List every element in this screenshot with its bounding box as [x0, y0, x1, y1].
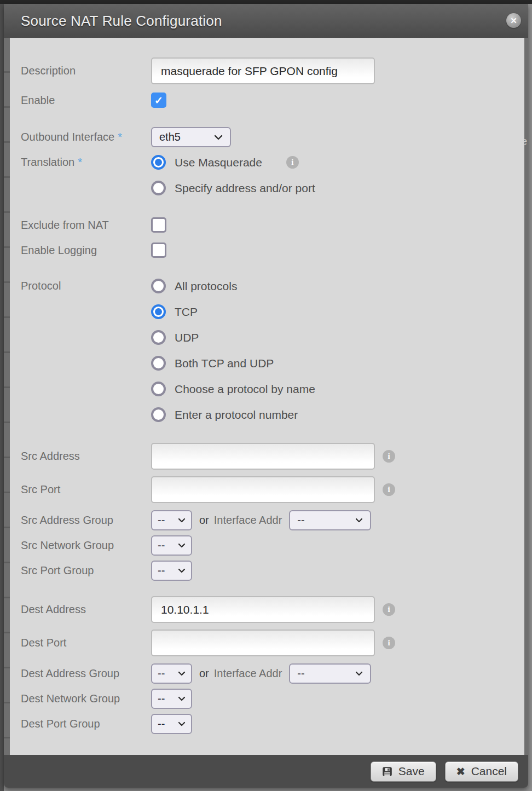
- dest-network-group-select[interactable]: --: [151, 689, 192, 709]
- src-address-row: Src Address i: [10, 443, 524, 470]
- dest-address-group-label: Dest Address Group: [10, 667, 151, 680]
- dest-address-input[interactable]: [151, 596, 375, 623]
- close-icon[interactable]: ✕: [506, 13, 521, 28]
- dest-port-group-select[interactable]: --: [151, 714, 192, 734]
- src-address-label: Src Address: [10, 450, 151, 463]
- radio-button[interactable]: [151, 304, 166, 319]
- radio-protocol-number[interactable]: Enter a protocol number: [151, 407, 315, 422]
- outbound-interface-label: Outbound Interface*: [10, 131, 151, 143]
- chevron-down-icon: [178, 568, 186, 573]
- or-label: or: [199, 667, 209, 680]
- radio-all-protocols[interactable]: All protocols: [151, 279, 315, 293]
- dimmed-background-right: [528, 4, 532, 791]
- src-port-group-row: Src Port Group --: [10, 560, 524, 581]
- src-port-input[interactable]: [151, 476, 375, 503]
- chevron-down-icon: [178, 671, 186, 676]
- translation-label: Translation*: [10, 155, 151, 170]
- info-icon[interactable]: i: [286, 156, 299, 169]
- save-button-label: Save: [398, 765, 425, 778]
- dialog-header: Source NAT Rule Configuration ✕: [4, 4, 528, 38]
- radio-button[interactable]: [151, 155, 166, 170]
- dest-port-input[interactable]: [151, 630, 375, 656]
- radio-button[interactable]: [151, 279, 166, 293]
- radio-button[interactable]: [151, 407, 166, 422]
- dimmed-background-top: [0, 0, 532, 4]
- dest-address-group-row: Dest Address Group -- or Interface Addr …: [10, 663, 524, 684]
- radio-label: Use Masquerade: [175, 156, 262, 169]
- cancel-button[interactable]: ✖ Cancel: [445, 761, 518, 782]
- dialog-footer: Save ✖ Cancel: [4, 755, 528, 788]
- outbound-interface-value: eth5: [159, 131, 181, 143]
- radio-protocol-by-name[interactable]: Choose a protocol by name: [151, 382, 315, 396]
- radio-label: Enter a protocol number: [175, 408, 298, 422]
- cancel-button-label: Cancel: [471, 765, 507, 778]
- dest-address-row: Dest Address i: [10, 596, 524, 623]
- exclude-from-nat-label: Exclude from NAT: [10, 219, 151, 232]
- radio-use-masquerade[interactable]: Use Masquerade i: [151, 155, 315, 170]
- chevron-down-icon: [178, 696, 186, 701]
- dimmed-background-fragment: e: [524, 38, 528, 755]
- dimmed-background-left: [0, 4, 4, 791]
- src-port-group-label: Src Port Group: [10, 564, 151, 577]
- src-address-group-row: Src Address Group -- or Interface Addr -…: [10, 510, 524, 530]
- radio-label: TCP: [175, 305, 198, 319]
- radio-button[interactable]: [151, 330, 166, 345]
- enable-logging-row: Enable Logging ✓: [10, 243, 524, 258]
- dest-network-group-row: Dest Network Group --: [10, 688, 524, 709]
- required-asterisk: *: [78, 156, 82, 168]
- radio-button[interactable]: [151, 356, 166, 371]
- src-port-label: Src Port: [10, 483, 151, 496]
- dialog-title: Source NAT Rule Configuration: [21, 13, 222, 30]
- radio-specify-address-port[interactable]: Specify address and/or port: [151, 181, 315, 195]
- chevron-down-icon: [355, 518, 363, 523]
- dimmed-table-rows: [4, 38, 10, 755]
- chevron-down-icon: [178, 543, 186, 548]
- dest-port-group-label: Dest Port Group: [10, 718, 151, 730]
- src-port-row: Src Port i: [10, 476, 524, 503]
- radio-both-tcp-udp[interactable]: Both TCP and UDP: [151, 356, 315, 371]
- enable-label: Enable: [10, 94, 151, 107]
- dest-port-group-row: Dest Port Group --: [10, 713, 524, 734]
- src-address-group-label: Src Address Group: [10, 514, 151, 527]
- translation-row: Translation* Use Masquerade i Specify ad…: [10, 155, 524, 195]
- info-icon[interactable]: i: [383, 483, 395, 496]
- description-input[interactable]: [151, 57, 375, 84]
- interface-addr-label: Interface Addr: [214, 514, 282, 527]
- info-icon[interactable]: i: [383, 450, 395, 463]
- dest-interface-addr-select[interactable]: --: [289, 663, 371, 684]
- dest-port-row: Dest Port i: [10, 630, 524, 656]
- enable-checkbox[interactable]: ✓: [151, 93, 166, 108]
- outbound-interface-select[interactable]: eth5: [151, 127, 231, 147]
- description-row: Description: [10, 57, 524, 84]
- dest-address-group-select[interactable]: --: [151, 663, 192, 684]
- src-interface-addr-select[interactable]: --: [289, 510, 371, 530]
- exclude-from-nat-checkbox[interactable]: ✓: [151, 217, 166, 233]
- save-button[interactable]: Save: [371, 761, 436, 782]
- info-icon[interactable]: i: [383, 603, 395, 616]
- dest-address-label: Dest Address: [10, 603, 151, 616]
- interface-addr-label: Interface Addr: [214, 667, 282, 680]
- exclude-from-nat-row: Exclude from NAT ✓: [10, 217, 524, 233]
- or-label: or: [199, 514, 209, 527]
- chevron-down-icon: [178, 721, 186, 726]
- src-address-group-select[interactable]: --: [151, 510, 192, 530]
- radio-label: Specify address and/or port: [175, 182, 315, 195]
- enable-row: Enable ✓: [10, 93, 524, 108]
- info-icon[interactable]: i: [383, 637, 395, 649]
- src-address-input[interactable]: [151, 443, 375, 470]
- radio-button[interactable]: [151, 382, 166, 396]
- src-network-group-select[interactable]: --: [151, 535, 192, 556]
- radio-tcp[interactable]: TCP: [151, 304, 315, 319]
- description-label: Description: [10, 65, 151, 77]
- src-network-group-label: Src Network Group: [10, 539, 151, 552]
- radio-label: Choose a protocol by name: [175, 383, 315, 396]
- check-icon: ✓: [154, 94, 163, 107]
- dest-network-group-label: Dest Network Group: [10, 692, 151, 705]
- radio-label: All protocols: [175, 280, 237, 293]
- chevron-down-icon: [355, 671, 363, 676]
- src-port-group-select[interactable]: --: [151, 561, 192, 581]
- radio-button[interactable]: [151, 181, 166, 195]
- enable-logging-checkbox[interactable]: ✓: [151, 243, 166, 258]
- radio-udp[interactable]: UDP: [151, 330, 315, 345]
- outbound-interface-row: Outbound Interface* eth5: [10, 127, 524, 147]
